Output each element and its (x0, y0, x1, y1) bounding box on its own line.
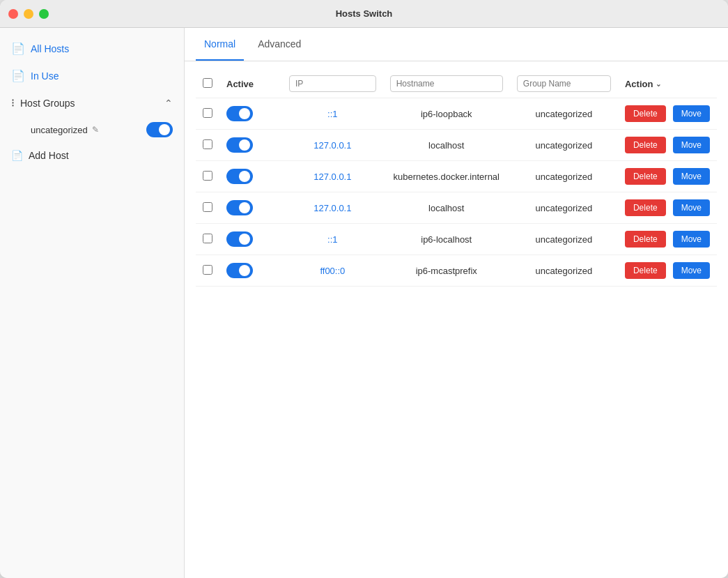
row-toggle-2[interactable] (226, 169, 253, 184)
all-hosts-label: All Hosts (31, 43, 69, 54)
row-toggle-0[interactable] (226, 106, 253, 121)
row-actions-4: Delete Move (625, 231, 710, 248)
group-filter-input[interactable] (517, 75, 611, 92)
row-ip-4: ::1 (282, 224, 383, 255)
row-hostname-4: ip6-localhost (383, 224, 510, 255)
row-ip-1: 127.0.0.1 (282, 130, 383, 161)
row-checkbox-0[interactable] (203, 108, 212, 118)
table-row: ff00::0 ip6-mcastprefix uncategorized De… (196, 255, 717, 287)
row-group-3: uncategorized (510, 192, 618, 224)
close-button[interactable] (8, 9, 18, 19)
table-row: 127.0.0.1 localhost uncategorized Delete… (196, 130, 717, 161)
row-actions-0: Delete Move (625, 105, 710, 122)
uncategorized-toggle[interactable] (146, 122, 173, 137)
sidebar-item-host-groups[interactable]: ⁝ Host Groups ⌃ (0, 89, 184, 116)
tabs-bar: Normal Advanced (185, 28, 728, 61)
row-checkbox-1[interactable] (203, 139, 212, 149)
row-checkbox-3[interactable] (203, 202, 212, 212)
move-button-1[interactable]: Move (673, 137, 710, 153)
active-header: Active (226, 79, 254, 89)
in-use-label: In Use (31, 70, 59, 82)
row-hostname-0: ip6-loopback (383, 98, 510, 130)
row-hostname-1: localhost (383, 130, 510, 161)
select-all-checkbox[interactable] (203, 78, 212, 88)
row-toggle-1[interactable] (226, 137, 253, 153)
row-checkbox-2[interactable] (203, 171, 212, 181)
row-actions-5: Delete Move (625, 262, 710, 279)
app-window: Hosts Switch 📄 All Hosts 📄 In Use ⁝ Host… (0, 0, 728, 578)
row-group-1: uncategorized (510, 130, 618, 161)
add-host-label: Add Host (29, 150, 69, 161)
row-ip-3: 127.0.0.1 (282, 192, 383, 224)
delete-button-3[interactable]: Delete (625, 199, 666, 216)
move-button-5[interactable]: Move (673, 262, 710, 279)
row-group-5: uncategorized (510, 255, 618, 287)
row-hostname-3: localhost (383, 192, 510, 224)
row-actions-2: Delete Move (625, 168, 710, 185)
row-actions-1: Delete Move (625, 137, 710, 153)
ip-filter-input[interactable] (289, 75, 376, 92)
table-row: ::1 ip6-loopback uncategorized Delete Mo… (196, 98, 717, 130)
sidebar-item-uncategorized[interactable]: uncategorized ✎ (0, 116, 184, 143)
row-checkbox-4[interactable] (203, 234, 212, 243)
table-row: 127.0.0.1 kubernetes.docker.internal unc… (196, 161, 717, 192)
row-toggle-5[interactable] (226, 263, 253, 278)
delete-button-4[interactable]: Delete (625, 231, 666, 248)
sidebar-item-in-use[interactable]: 📄 In Use (0, 62, 184, 89)
row-group-2: uncategorized (510, 161, 618, 192)
row-ip-5: ff00::0 (282, 255, 383, 287)
file-icon: 📄 (11, 42, 25, 55)
grid-icon: ⁝ (11, 96, 15, 109)
action-label: Action (625, 79, 653, 89)
uncategorized-label: uncategorized (31, 125, 88, 135)
sidebar: 📄 All Hosts 📄 In Use ⁝ Host Groups ⌃ unc… (0, 28, 185, 578)
add-icon: 📄 (11, 150, 23, 161)
move-button-3[interactable]: Move (673, 199, 710, 216)
hosts-table: Active (196, 70, 717, 287)
hostname-filter-input[interactable] (390, 75, 503, 92)
row-group-0: uncategorized (510, 98, 618, 130)
move-button-2[interactable]: Move (673, 168, 710, 185)
delete-button-0[interactable]: Delete (625, 105, 666, 122)
move-button-0[interactable]: Move (673, 105, 710, 122)
row-toggle-4[interactable] (226, 231, 253, 247)
window-title: Hosts Switch (336, 8, 393, 19)
row-actions-3: Delete Move (625, 199, 710, 216)
action-header[interactable]: Action ⌄ (625, 79, 710, 89)
row-hostname-2: kubernetes.docker.internal (383, 161, 510, 192)
host-groups-label: Host Groups (20, 98, 75, 109)
tab-normal[interactable]: Normal (196, 29, 244, 61)
window-controls (8, 9, 49, 19)
sidebar-item-add-host[interactable]: 📄 Add Host (0, 143, 184, 168)
row-hostname-5: ip6-mcastprefix (383, 255, 510, 287)
row-group-4: uncategorized (510, 224, 618, 255)
chevron-up-icon: ⌃ (164, 98, 173, 109)
table-row: 127.0.0.1 localhost uncategorized Delete… (196, 192, 717, 224)
sort-icon: ⌄ (656, 80, 661, 88)
minimize-button[interactable] (24, 9, 33, 19)
edit-icon[interactable]: ✎ (92, 125, 99, 135)
row-ip-0: ::1 (282, 98, 383, 130)
row-ip-2: 127.0.0.1 (282, 161, 383, 192)
row-toggle-3[interactable] (226, 200, 253, 215)
sidebar-item-all-hosts[interactable]: 📄 All Hosts (0, 35, 184, 62)
hosts-table-container: Active (185, 61, 728, 578)
delete-button-5[interactable]: Delete (625, 262, 666, 279)
main-content: Normal Advanced Active (185, 28, 728, 578)
window-body: 📄 All Hosts 📄 In Use ⁝ Host Groups ⌃ unc… (0, 28, 728, 578)
title-bar: Hosts Switch (0, 0, 728, 28)
tab-advanced[interactable]: Advanced (249, 29, 309, 61)
row-checkbox-5[interactable] (203, 265, 212, 275)
maximize-button[interactable] (39, 9, 49, 19)
delete-button-2[interactable]: Delete (625, 168, 666, 185)
delete-button-1[interactable]: Delete (625, 137, 666, 153)
doc-icon: 📄 (11, 69, 25, 82)
move-button-4[interactable]: Move (673, 231, 710, 248)
table-row: ::1 ip6-localhost uncategorized Delete M… (196, 224, 717, 255)
